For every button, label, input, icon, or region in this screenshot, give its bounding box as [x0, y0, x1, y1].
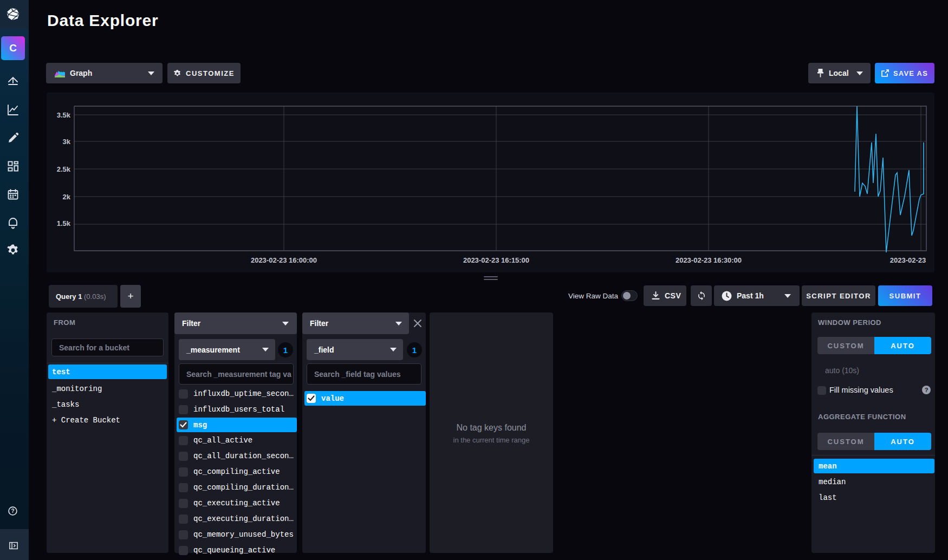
svg-text:3k: 3k	[63, 138, 71, 146]
svg-text:3.5k: 3.5k	[57, 111, 71, 119]
svg-text:2023-02-23 16:30:00: 2023-02-23 16:30:00	[676, 256, 742, 264]
svg-text:2k: 2k	[63, 193, 71, 201]
svg-text:2023-02-23 16:00:00: 2023-02-23 16:00:00	[251, 256, 317, 264]
svg-text:?: ?	[11, 508, 14, 514]
svg-text:2.5k: 2.5k	[57, 165, 71, 173]
svg-text:2023-02-23: 2023-02-23	[890, 256, 926, 264]
svg-text:2023-02-23 16:15:00: 2023-02-23 16:15:00	[463, 256, 529, 264]
svg-text:1.5k: 1.5k	[57, 219, 71, 227]
